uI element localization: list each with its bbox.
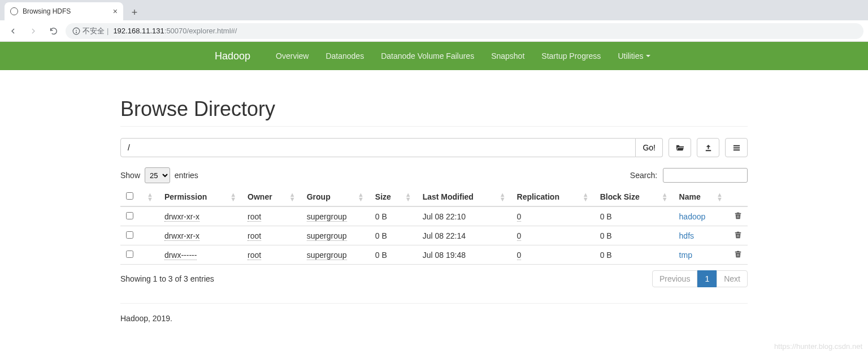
sort-icon: ▲▼ — [583, 192, 589, 201]
sort-icon: ▲▼ — [405, 192, 411, 201]
footer-text: Hadoop, 2019. — [120, 314, 748, 323]
upload-icon — [704, 144, 713, 152]
delete-button[interactable] — [734, 251, 742, 260]
main-navbar: Hadoop Overview Datanodes Datanode Volum… — [0, 42, 868, 70]
browser-tab[interactable]: Browsing HDFS × — [5, 2, 123, 20]
sort-icon: ▲▼ — [147, 192, 153, 201]
modified-cell: Jul 08 22:14 — [417, 226, 511, 245]
entries-select[interactable]: 25 — [145, 167, 170, 183]
select-all-header[interactable] — [120, 188, 139, 206]
blocksize-cell: 0 B — [594, 206, 674, 226]
folder-open-icon — [676, 144, 684, 152]
browser-toolbar: 不安全 | 192.168.11.131:50070/explorer.html… — [0, 20, 868, 42]
list-icon — [732, 144, 741, 152]
chevron-down-icon — [646, 55, 650, 57]
path-input[interactable] — [120, 138, 636, 157]
group-cell[interactable]: supergroup — [307, 231, 347, 241]
url-text: 192.168.11.131:50070/explorer.html#/ — [113, 27, 237, 35]
row-checkbox[interactable] — [126, 231, 133, 239]
svg-point-2 — [76, 32, 76, 32]
name-link[interactable]: hdfs — [679, 231, 694, 240]
replication-cell[interactable]: 0 — [517, 231, 522, 241]
blocksize-cell: 0 B — [594, 245, 674, 265]
row-checkbox[interactable] — [126, 212, 133, 219]
search-input[interactable] — [663, 168, 748, 183]
page-1[interactable]: 1 — [697, 270, 717, 287]
open-folder-button[interactable] — [669, 138, 691, 157]
replication-cell[interactable]: 0 — [517, 212, 522, 222]
tab-title: Browsing HDFS — [23, 7, 71, 15]
pagination: Previous 1 Next — [652, 270, 748, 287]
go-button[interactable]: Go! — [636, 138, 663, 157]
browser-tabbar: Browsing HDFS × + — [0, 0, 868, 20]
list-button[interactable] — [725, 138, 748, 157]
directory-table: ▲▼ Permission▲▼ Owner▲▼ Group▲▼ Size▲▼ L… — [120, 188, 748, 265]
col-replication[interactable]: Replication▲▼ — [511, 188, 594, 206]
nav-startup-progress[interactable]: Startup Progress — [533, 42, 609, 70]
sort-icon: ▲▼ — [662, 192, 668, 201]
nav-datanode-volume-failures[interactable]: Datanode Volume Failures — [372, 42, 483, 70]
entries-control: Show 25 entries — [120, 167, 198, 183]
owner-cell[interactable]: root — [248, 231, 261, 241]
sort-icon: ▲▼ — [500, 192, 506, 201]
permission-cell[interactable]: drwxr-xr-x — [164, 212, 199, 222]
nav-snapshot[interactable]: Snapshot — [483, 42, 533, 70]
modified-cell: Jul 08 19:48 — [417, 245, 511, 265]
size-cell: 0 B — [370, 226, 417, 245]
col-permission[interactable]: Permission▲▼ — [159, 188, 242, 206]
owner-cell[interactable]: root — [248, 251, 261, 260]
col-owner[interactable]: Owner▲▼ — [242, 188, 301, 206]
globe-icon — [10, 7, 18, 15]
row-checkbox[interactable] — [126, 251, 133, 258]
nav-utilities[interactable]: Utilities — [609, 42, 658, 70]
size-cell: 0 B — [370, 206, 417, 226]
divider — [120, 303, 748, 304]
col-group[interactable]: Group▲▼ — [301, 188, 370, 206]
table-info: Showing 1 to 3 of 3 entries — [120, 274, 214, 283]
col-last-modified[interactable]: Last Modified▲▼ — [417, 188, 511, 206]
group-cell[interactable]: supergroup — [307, 212, 347, 222]
table-row: drwxr-xr-xrootsupergroup0 BJul 08 22:140… — [120, 226, 748, 245]
col-name[interactable]: Name▲▼ — [674, 188, 728, 206]
nav-datanodes[interactable]: Datanodes — [317, 42, 372, 70]
address-bar[interactable]: 不安全 | 192.168.11.131:50070/explorer.html… — [66, 23, 863, 39]
replication-cell[interactable]: 0 — [517, 251, 522, 260]
permission-cell[interactable]: drwxr-xr-x — [164, 231, 199, 241]
permission-cell[interactable]: drwx------ — [164, 251, 197, 260]
security-text: 不安全 — [83, 26, 105, 36]
modified-cell: Jul 08 22:10 — [417, 206, 511, 226]
col-actions — [728, 188, 748, 206]
table-row: drwx------rootsupergroup0 BJul 08 19:480… — [120, 245, 748, 265]
sort-icon: ▲▼ — [358, 192, 364, 201]
close-icon[interactable]: × — [113, 7, 118, 16]
select-all-checkbox[interactable] — [126, 192, 133, 200]
upload-button[interactable] — [697, 138, 719, 157]
forward-button[interactable] — [25, 23, 42, 40]
brand[interactable]: Hadoop — [215, 50, 250, 62]
back-button[interactable] — [5, 23, 21, 40]
owner-cell[interactable]: root — [248, 212, 261, 222]
table-row: drwxr-xr-xrootsupergroup0 BJul 08 22:100… — [120, 206, 748, 226]
col-size[interactable]: Size▲▼ — [370, 188, 417, 206]
sort-icon: ▲▼ — [230, 192, 236, 201]
delete-button[interactable] — [734, 212, 742, 221]
sort-icon: ▲▼ — [289, 192, 296, 201]
sort-icon: ▲▼ — [717, 192, 723, 201]
group-cell[interactable]: supergroup — [307, 251, 347, 260]
col-block-size[interactable]: Block Size▲▼ — [594, 188, 674, 206]
page-next[interactable]: Next — [717, 270, 748, 287]
sort-header[interactable]: ▲▼ — [139, 188, 159, 206]
size-cell: 0 B — [370, 245, 417, 265]
new-tab-button[interactable]: + — [127, 5, 142, 20]
page-title: Browse Directory — [120, 97, 748, 127]
nav-overview[interactable]: Overview — [267, 42, 317, 70]
reload-button[interactable] — [45, 23, 62, 40]
blocksize-cell: 0 B — [594, 226, 674, 245]
name-link[interactable]: hadoop — [679, 212, 706, 221]
page-prev[interactable]: Previous — [652, 270, 697, 287]
search-control: Search: — [630, 168, 748, 183]
security-indicator: 不安全 | — [72, 26, 108, 36]
delete-button[interactable] — [734, 231, 742, 240]
name-link[interactable]: tmp — [679, 251, 692, 260]
